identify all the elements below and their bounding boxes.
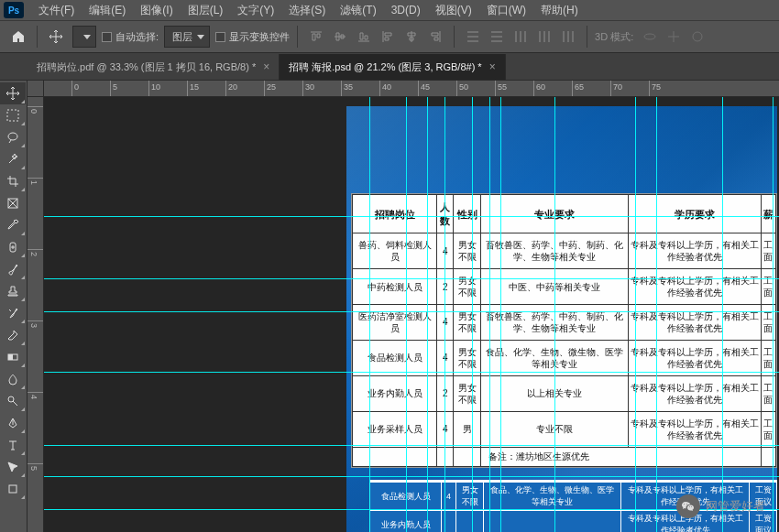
menu-图像[interactable]: 图像(I): [133, 3, 180, 18]
guide-v[interactable]: [444, 97, 445, 532]
orbit-icon: [639, 26, 661, 48]
dist-group: [462, 26, 579, 48]
roll-icon: [686, 26, 708, 48]
svg-rect-2: [7, 110, 18, 121]
ruler-h[interactable]: 051015202530354045505560657075: [44, 81, 779, 97]
guide-v[interactable]: [773, 97, 774, 532]
svg-point-1: [693, 32, 702, 41]
guide-h[interactable]: [44, 278, 779, 279]
lasso-tool[interactable]: [0, 126, 26, 148]
menu-文字[interactable]: 文字(Y): [230, 3, 281, 18]
wechat-icon: [676, 494, 700, 518]
gradient-tool[interactable]: [0, 346, 26, 368]
auto-select-chk[interactable]: 自动选择:: [102, 30, 159, 44]
guide-v[interactable]: [722, 97, 723, 532]
mode3d-icons: [639, 26, 708, 48]
guide-v[interactable]: [554, 97, 555, 532]
menu-编辑[interactable]: 编辑(E): [82, 3, 133, 18]
ruler-corner[interactable]: [27, 81, 44, 97]
crop-tool[interactable]: [0, 170, 26, 192]
healing-tool[interactable]: [0, 236, 26, 258]
menubar: Ps 文件(F)编辑(E)图像(I)图层(L)文字(Y)选择(S)滤镜(T)3D…: [0, 0, 779, 20]
menu-文件[interactable]: 文件(F): [31, 3, 82, 18]
menu-窗口[interactable]: 窗口(W): [479, 3, 533, 18]
canvas-area[interactable]: 051015202530354045505560657075 01234567 …: [27, 81, 779, 532]
ps-logo: Ps: [4, 2, 24, 18]
guide-h[interactable]: [44, 476, 779, 477]
move-tool-indicator[interactable]: [45, 26, 67, 48]
guide-v[interactable]: [500, 97, 501, 532]
close-icon[interactable]: ×: [489, 60, 496, 73]
dodge-tool[interactable]: [0, 390, 26, 412]
document: 招聘岗位人数性别专业要求学历要求薪兽药、饲料检测人员4男女不限畜牧兽医、药学、中…: [346, 106, 777, 532]
table-paper: 招聘岗位人数性别专业要求学历要求薪兽药、饲料检测人员4男女不限畜牧兽医、药学、中…: [351, 193, 777, 468]
type-tool[interactable]: [0, 434, 26, 456]
menu-图层[interactable]: 图层(L): [181, 3, 231, 18]
path-tool[interactable]: [0, 456, 26, 478]
watermark: 网管爱好者: [676, 494, 765, 518]
guide-h[interactable]: [44, 216, 779, 217]
menu-滤镜[interactable]: 滤镜(T): [333, 3, 383, 18]
pan-icon: [663, 26, 685, 48]
ruler-v[interactable]: 01234567: [27, 97, 44, 532]
svg-point-0: [644, 34, 655, 39]
menu-帮助[interactable]: 帮助(H): [533, 3, 586, 18]
toolbar: [0, 81, 27, 532]
align-right-icon: [424, 26, 446, 48]
eraser-tool[interactable]: [0, 324, 26, 346]
guide-v[interactable]: [427, 97, 428, 532]
tool-preset-dd[interactable]: [72, 26, 96, 48]
guide-v[interactable]: [635, 97, 636, 532]
svg-rect-8: [9, 485, 16, 493]
brush-tool[interactable]: [0, 258, 26, 280]
align-hc-icon: [400, 26, 422, 48]
show-transform-chk[interactable]: 显示变换控件: [215, 30, 290, 44]
move-tool[interactable]: [0, 82, 26, 104]
guide-v[interactable]: [489, 97, 490, 532]
menu-3D[interactable]: 3D(D): [384, 4, 428, 16]
guide-v[interactable]: [406, 97, 407, 532]
guide-v[interactable]: [472, 97, 473, 532]
doc-tab[interactable]: 招聘岗位.pdf @ 33.3% (图层 1 拷贝 16, RGB/8) *×: [27, 54, 280, 80]
guide-h[interactable]: [44, 311, 779, 312]
stamp-tool[interactable]: [0, 280, 26, 302]
frame-tool[interactable]: [0, 192, 26, 214]
blur-tool[interactable]: [0, 368, 26, 390]
options-bar: 自动选择: 图层 显示变换控件 3D 模式:: [0, 20, 779, 53]
guide-v[interactable]: [656, 97, 657, 532]
mode3d-label: 3D 模式:: [595, 30, 633, 44]
align-vc-icon: [329, 26, 351, 48]
menu-选择[interactable]: 选择(S): [281, 3, 333, 18]
layer-dd[interactable]: 图层: [164, 26, 210, 48]
close-icon[interactable]: ×: [263, 60, 269, 73]
eyedropper-tool[interactable]: [0, 214, 26, 236]
doc-tab[interactable]: 招聘 海报.psd @ 21.2% (图层 3, RGB/8#) *×: [280, 54, 505, 80]
pen-tool[interactable]: [0, 412, 26, 434]
shape-tool[interactable]: [0, 478, 26, 500]
marquee-tool[interactable]: [0, 104, 26, 126]
guide-h[interactable]: [44, 445, 779, 446]
history-brush-tool[interactable]: [0, 302, 26, 324]
wand-tool[interactable]: [0, 148, 26, 170]
svg-rect-6: [8, 354, 13, 360]
align-left-icon: [377, 26, 399, 48]
doc-tabs: 招聘岗位.pdf @ 33.3% (图层 1 拷贝 16, RGB/8) *×招…: [0, 53, 779, 81]
align-bottom-icon: [353, 26, 375, 48]
align-top-icon: [305, 26, 327, 48]
guide-h[interactable]: [44, 509, 779, 510]
menu-视图[interactable]: 视图(V): [428, 3, 479, 18]
home-icon[interactable]: [7, 26, 29, 48]
guide-h[interactable]: [44, 372, 779, 373]
guide-v[interactable]: [369, 97, 370, 532]
align-group: [305, 26, 446, 48]
